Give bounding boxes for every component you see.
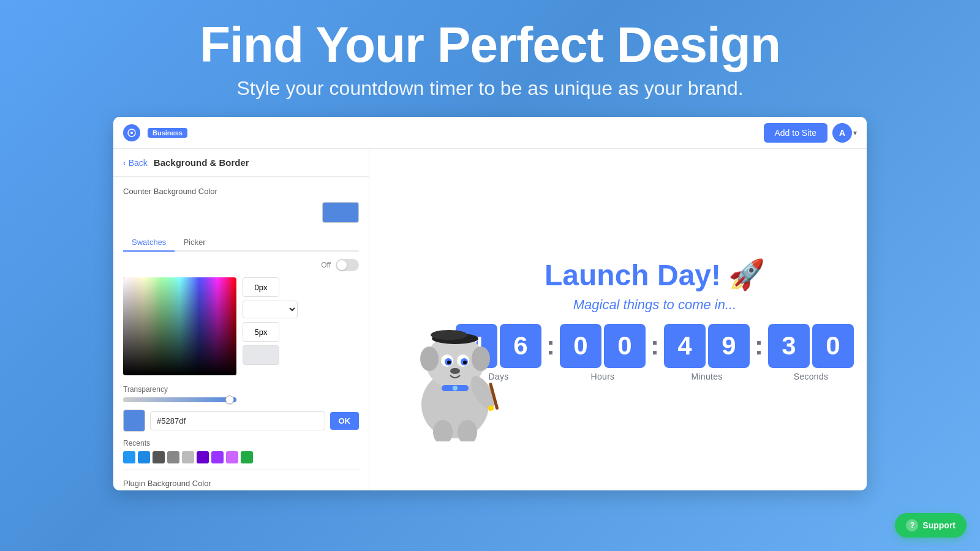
business-badge: Business [148,128,187,138]
transparency-label: Transparency [123,385,359,394]
dog-mascot [394,294,516,454]
recent-swatch-4[interactable] [167,451,179,463]
minutes-label: Minutes [691,372,722,381]
transparency-section: Transparency [123,385,359,402]
recent-swatch-3[interactable] [153,451,165,463]
hours-digit-2: 0 [604,324,646,368]
gray-swatch [243,345,279,365]
color-input-row: OK [123,410,359,432]
recents-label: Recents [123,439,359,448]
left-panel: ‹ Back Background & Border Counter Backg… [113,149,369,490]
recent-swatch-6[interactable] [197,451,209,463]
colon-3: : [753,331,764,361]
field-select-dropdown[interactable] [243,301,298,318]
recent-swatch-9[interactable] [241,451,253,463]
hero-section: Find Your Perfect Design Style your coun… [0,0,980,111]
slider-thumb [225,395,234,404]
app-window: Business Add to Site A ▾ ‹ Back Backgrou… [113,117,867,490]
border-px2-input: 5px [243,322,279,342]
seconds-digits: 3 0 [768,324,854,368]
seconds-label: Seconds [794,372,829,381]
recent-swatch-8[interactable] [226,451,238,463]
hours-digit-1: 0 [560,324,601,368]
ok-button[interactable]: OK [330,412,360,430]
hours-digits: 0 0 [560,324,646,368]
color-tabs: Swatches Picker [123,234,359,252]
recent-swatch-7[interactable] [211,451,224,463]
svg-point-14 [450,368,460,374]
back-chevron-icon: ‹ [123,158,126,168]
off-label: Off [321,261,331,269]
countdown-title: Launch Day! 🚀 [545,258,765,292]
svg-point-5 [431,330,467,340]
support-button[interactable]: ? Support [895,513,967,538]
plugin-bg-section: Plugin Background Color [123,479,359,490]
seconds-digit-2: 0 [812,324,854,368]
app-logo-icon [123,124,140,141]
hue-spectrum [123,277,236,375]
panel-title: Background & Border [154,157,249,168]
hero-title: Find Your Perfect Design [12,17,968,72]
svg-point-1 [130,132,133,134]
avatar-chevron-icon[interactable]: ▾ [853,129,857,137]
transparency-slider[interactable] [123,397,236,402]
back-button[interactable]: ‹ Back [123,158,148,168]
seconds-block: 3 0 Seconds [768,324,854,381]
hex-input[interactable] [150,411,325,430]
avatar-button[interactable]: A [832,123,852,143]
recent-swatch-2[interactable] [138,451,150,463]
svg-point-13 [463,361,467,364]
recents-swatches [123,451,359,463]
minutes-block: 4 9 Minutes [664,324,750,381]
hours-label: Hours [591,372,615,381]
add-to-site-button[interactable]: Add to Site [764,123,828,143]
seconds-digit-1: 3 [768,324,810,368]
colon-1: : [545,331,556,361]
recents-section: Recents [123,439,359,463]
right-content: Launch Day! 🚀 Magical things to come in.… [369,149,867,490]
countdown-subtitle: Magical things to come in... [573,297,737,313]
tab-swatches[interactable]: Swatches [123,234,175,252]
panel-body: Counter Background Color Swatches Picker… [113,177,369,490]
colon-2: : [649,331,660,361]
minutes-digits: 4 9 [664,324,750,368]
border-px-input: 0px [243,277,279,297]
color-swatch-sm [123,410,145,432]
off-toggle-row: Off [123,259,359,271]
plugin-bg-label: Plugin Background Color [123,479,359,488]
hero-subtitle: Style your countdown timer to be as uniq… [12,77,968,100]
minutes-digit-1: 4 [664,324,706,368]
top-bar: Business Add to Site A ▾ [113,117,867,149]
hours-block: 0 0 Hours [560,324,646,381]
color-picker-area[interactable] [123,277,236,375]
svg-point-12 [447,361,451,364]
off-toggle[interactable] [336,259,359,271]
recent-swatch-1[interactable] [123,451,135,463]
svg-point-7 [472,347,490,371]
panel-nav: ‹ Back Background & Border [113,149,369,177]
rocket-emoji: 🚀 [728,258,765,292]
main-content: ‹ Back Background & Border Counter Backg… [113,149,867,490]
counter-bg-label: Counter Background Color [123,187,359,196]
support-icon: ? [906,519,918,531]
svg-point-16 [453,386,458,391]
svg-point-6 [420,347,439,371]
tab-picker[interactable]: Picker [175,234,214,252]
minutes-digit-2: 9 [708,324,750,368]
recent-swatch-5[interactable] [182,451,194,463]
color-preview-box [322,202,359,223]
